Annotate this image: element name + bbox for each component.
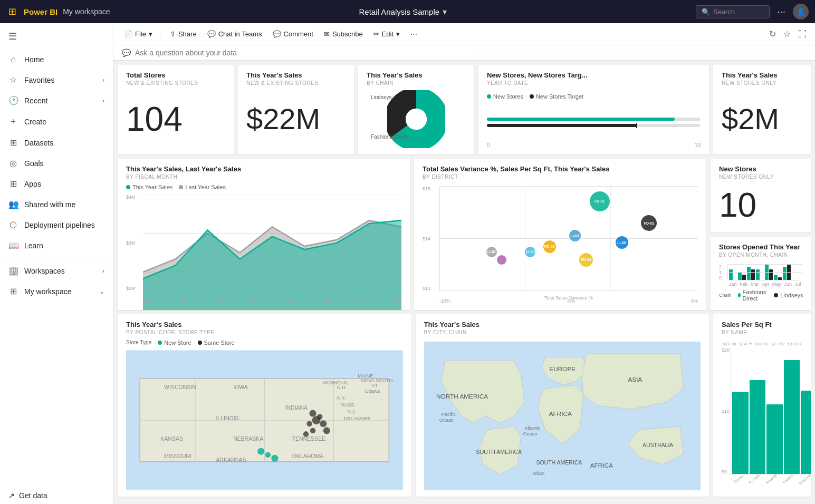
search-box[interactable]: 🔍 Search xyxy=(696,5,770,18)
goals-icon: ◎ xyxy=(8,158,18,168)
user-avatar[interactable]: 👤 xyxy=(793,4,809,20)
sidebar-item-favorites[interactable]: ☆ Favorites › xyxy=(0,70,113,90)
more-options-icon[interactable]: ⋯ xyxy=(775,5,788,19)
legend-label-ly: Last Year Sales xyxy=(185,184,225,190)
svg-text:OKLAHOMA: OKLAHOMA xyxy=(292,453,323,459)
sqft-val-1: $12.86 xyxy=(723,342,736,346)
tile-map-postal-title: This Year's Sales xyxy=(126,321,403,328)
tile-new-stores: New Stores NEW STORES ONLY 10 xyxy=(711,159,811,232)
x-label-jul: Jul xyxy=(359,298,365,304)
svg-text:DELAWARE: DELAWARE xyxy=(344,416,371,421)
tile-sqft-title: Sales Per Sq Ft xyxy=(722,321,802,328)
sidebar-item-my-workspace[interactable]: ⊞ My workspace ⌄ xyxy=(0,281,113,302)
file-label: File xyxy=(135,30,146,38)
svg-point-33 xyxy=(265,452,271,457)
file-button[interactable]: 📄 File ▾ xyxy=(120,28,157,40)
sidebar-item-shared[interactable]: 👥 Shared with me xyxy=(0,194,113,215)
qa-input[interactable] xyxy=(135,49,469,57)
bubble-li01: LI-01 xyxy=(486,247,497,257)
sidebar-item-recent[interactable]: 🕐 Recent › xyxy=(0,90,113,111)
tile-this-year-sales-subtitle: NEW & EXISTING STORES xyxy=(246,80,346,86)
chevron-down-icon: ⌄ xyxy=(99,288,104,295)
sqft-bar-4 xyxy=(784,360,800,474)
edit-button[interactable]: ✏ Edit ▾ xyxy=(369,28,404,40)
legend-label-target: New Stores Target xyxy=(536,93,583,100)
sidebar-item-pipelines[interactable]: ⬡ Deployment pipelines xyxy=(0,215,113,235)
sidebar-item-learn[interactable]: 📖 Learn xyxy=(0,235,113,256)
bubble-fd01: FD-01 xyxy=(590,191,610,211)
x-label-jan: Jan xyxy=(143,298,151,304)
svg-text:KANSAS: KANSAS xyxy=(161,436,184,442)
usa-map-svg: WISCONSIN IOWA ILLINOIS INDIANA KANSAS M… xyxy=(126,350,403,490)
apps-icon: ⊞ xyxy=(8,179,18,189)
x-label-apr: Apr xyxy=(251,298,258,304)
svg-text:Atlantic: Atlantic xyxy=(524,425,540,431)
title-chevron-icon[interactable]: ▾ xyxy=(443,7,447,17)
tile-so-subtitle: BY OPEN MONTH, CHAIN xyxy=(719,252,802,258)
area-legend: This Year Sales Last Year Sales xyxy=(126,184,401,190)
legend-same-store-label: Same Store xyxy=(204,340,235,346)
sidebar-item-create[interactable]: ＋ Create xyxy=(0,111,113,132)
grid-icon[interactable]: ⊞ xyxy=(6,4,18,20)
store-type-label: Store Type xyxy=(126,340,151,346)
chevron-right-icon: › xyxy=(102,76,104,84)
comment-button[interactable]: 💬 Comment xyxy=(269,28,318,40)
svg-text:ASIA: ASIA xyxy=(628,376,642,383)
x-label-jun: Jun xyxy=(323,298,331,304)
share-button[interactable]: ⇧ Share xyxy=(166,28,201,40)
bookmark-icon[interactable]: ☆ xyxy=(781,27,793,41)
dashboard: Total Stores NEW & EXISTING STORES 104 T… xyxy=(113,61,815,504)
legend-target: New Stores Target xyxy=(530,93,583,100)
sidebar-header: ☰ xyxy=(0,23,113,50)
create-icon: ＋ xyxy=(8,116,18,127)
top-bar: ⊞ Power BI My workspace Retail Analysis … xyxy=(0,0,815,23)
svg-text:VT.: VT. xyxy=(371,383,378,388)
svg-text:SOUTH AMERICA: SOUTH AMERICA xyxy=(476,449,522,455)
svg-text:MISSOURI: MISSOURI xyxy=(164,453,191,459)
bar-jun-fashions xyxy=(774,275,778,280)
svg-point-34 xyxy=(271,455,278,462)
sqft-y10: $10 xyxy=(722,409,730,414)
tile-sales-new-stores: This Year's Sales NEW STORES ONLY $2M xyxy=(713,65,811,154)
get-data-icon: ↗ xyxy=(8,491,15,500)
legend-label-ty: This Year Sales xyxy=(132,184,172,190)
sidebar-item-goals[interactable]: ◎ Goals xyxy=(0,153,113,173)
sidebar-item-datasets[interactable]: ⊞ Datasets xyxy=(0,132,113,153)
sqft-bar-3 xyxy=(766,404,783,474)
my-workspace-icon: ⊞ xyxy=(8,286,18,296)
bar-jul-fashions xyxy=(783,267,787,280)
legend-same-store-dot xyxy=(198,341,202,345)
more-button[interactable]: ⋯ xyxy=(406,28,421,40)
subscribe-button[interactable]: ✉ Subscribe xyxy=(320,28,367,40)
sqft-bar-5 xyxy=(801,391,811,474)
svg-point-31 xyxy=(303,431,309,437)
fullscreen-icon[interactable]: ⛶ xyxy=(796,27,809,41)
chevron-right-icon-2: › xyxy=(102,97,104,104)
tile-area-title: This Year's Sales, Last Year's Sales xyxy=(126,165,401,173)
tile-area-subtitle: BY FISCAL MONTH xyxy=(126,174,401,180)
pipelines-icon: ⬡ xyxy=(8,220,18,230)
tile-bubble-title: Total Sales Variance %, Sales Per Sq Ft,… xyxy=(423,165,698,173)
svg-point-26 xyxy=(312,416,321,424)
legend-last-year: Last Year Sales xyxy=(179,184,225,190)
row-1: Total Stores NEW & EXISTING STORES 104 T… xyxy=(118,65,811,154)
map-postal-legend: Store Type New Store Same Store xyxy=(126,340,403,346)
refresh-icon[interactable]: ↻ xyxy=(767,27,778,41)
scale-min: 0 xyxy=(487,142,490,148)
workspaces-icon: 🏢 xyxy=(8,266,18,276)
tile-total-stores-subtitle: NEW & EXISTING STORES xyxy=(126,80,225,86)
bar-jun xyxy=(774,275,782,280)
chat-in-teams-button[interactable]: 💬 Chat in Teams xyxy=(203,28,266,40)
main-layout: ☰ ⌂ Home ☆ Favorites › 🕐 Recent › ＋ Crea… xyxy=(0,23,815,504)
sidebar-item-home[interactable]: ⌂ Home xyxy=(0,50,113,70)
svg-text:MICHIGAN: MICHIGAN xyxy=(323,380,348,385)
hamburger-icon[interactable]: ☰ xyxy=(6,28,19,44)
svg-text:IOWA: IOWA xyxy=(233,384,248,390)
sidebar-item-get-data[interactable]: ↗ Get data xyxy=(0,487,113,504)
sidebar-label-goals: Goals xyxy=(24,159,104,168)
svg-text:Ocean: Ocean xyxy=(439,418,453,423)
row-3: This Year's Sales BY POSTAL CODE, STORE … xyxy=(118,314,811,497)
sidebar-item-apps[interactable]: ⊞ Apps xyxy=(0,173,113,194)
sidebar-label-apps: Apps xyxy=(24,180,104,188)
sidebar-item-workspaces[interactable]: 🏢 Workspaces › xyxy=(0,260,113,281)
